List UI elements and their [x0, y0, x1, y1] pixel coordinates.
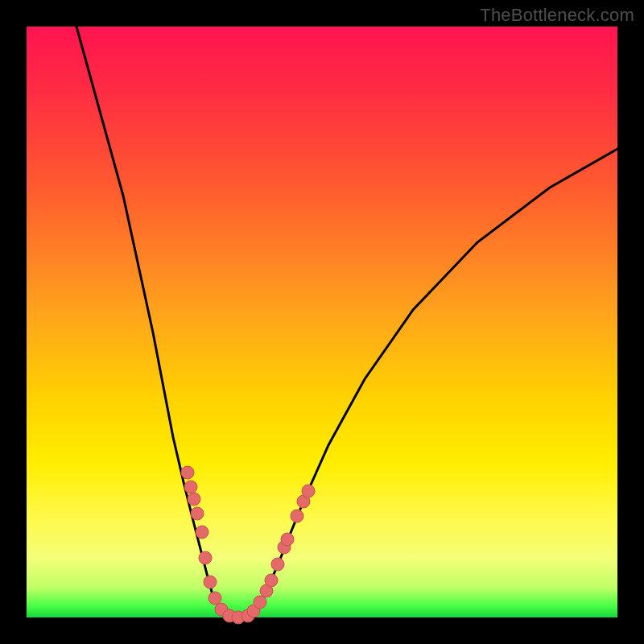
curve-layer: [27, 27, 617, 617]
plot-area: [27, 27, 617, 617]
data-point: [291, 510, 303, 522]
data-point: [188, 493, 200, 506]
data-point: [196, 526, 208, 539]
data-point: [302, 485, 315, 497]
data-point: [281, 533, 294, 546]
data-point: [254, 596, 266, 609]
dots-right: [242, 485, 315, 622]
data-point: [184, 481, 197, 493]
chart-frame: TheBottleneck.com: [0, 0, 644, 644]
data-point: [204, 576, 217, 588]
dots-left: [181, 466, 245, 624]
left-arm-curve: [76, 27, 237, 617]
data-point: [191, 507, 204, 520]
data-point: [265, 574, 278, 587]
data-point: [208, 592, 221, 605]
watermark-text: TheBottleneck.com: [480, 5, 634, 26]
right-arm-curve: [237, 149, 617, 617]
data-point: [271, 558, 284, 571]
data-point: [181, 466, 194, 479]
data-point: [199, 551, 212, 564]
